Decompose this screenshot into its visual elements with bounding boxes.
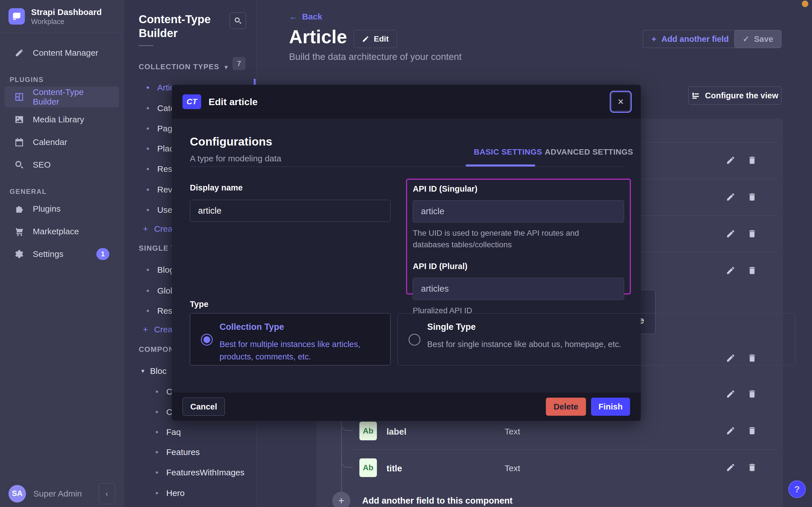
plus-icon: + bbox=[332, 492, 350, 507]
filter-lines-icon bbox=[691, 91, 700, 100]
plus-icon: + bbox=[651, 35, 656, 44]
configurations-heading: Configurations bbox=[190, 135, 272, 148]
sidebar-item-label: Media Library bbox=[33, 115, 84, 124]
configure-view-button[interactable]: Configure the view bbox=[688, 87, 782, 105]
single-type-desc: Best for single instance like about us, … bbox=[427, 338, 738, 351]
sidebar-item-content-manager[interactable]: Content Manager bbox=[4, 42, 119, 63]
display-name-label: Display name bbox=[190, 183, 390, 192]
bullet-icon: • bbox=[146, 205, 149, 215]
active-tab-indicator bbox=[465, 165, 535, 166]
main-sidebar: Strapi Dashboard Workplace Content Manag… bbox=[0, 0, 124, 507]
sidebar-item-calendar[interactable]: Calendar bbox=[4, 132, 119, 153]
content-type-badge: CT bbox=[183, 94, 201, 109]
search-icon bbox=[234, 16, 242, 25]
sidebar-item-seo[interactable]: SEO bbox=[4, 154, 119, 175]
field-type: Text bbox=[505, 463, 520, 473]
user-name: Super Admin bbox=[33, 489, 82, 499]
edit-button[interactable]: Edit bbox=[354, 30, 397, 48]
text-field-type-badge: Ab bbox=[359, 421, 377, 440]
close-button[interactable]: × bbox=[611, 93, 630, 111]
radio-unselected-icon[interactable] bbox=[409, 334, 420, 346]
edit-row-button[interactable] bbox=[725, 462, 736, 473]
sidebar-item-plugins[interactable]: Plugins bbox=[4, 199, 119, 219]
api-id-plural-input[interactable] bbox=[413, 278, 624, 300]
delete-row-button[interactable] bbox=[747, 389, 757, 399]
edit-article-modal: CT Edit article × Configurations A type … bbox=[172, 85, 641, 421]
modal-footer: Cancel Delete Finish bbox=[172, 393, 641, 421]
component-item[interactable]: •Features bbox=[124, 445, 256, 459]
chevron-down-icon: ▾ bbox=[141, 368, 144, 375]
text-field-type-badge: Ab bbox=[359, 458, 377, 477]
save-button[interactable]: ✓ Save bbox=[734, 30, 782, 48]
sidebar-item-content-type-builder[interactable]: Content-Type Builder bbox=[4, 87, 119, 107]
bullet-icon: • bbox=[146, 144, 149, 154]
ctb-sidebar-title: Content-Type Builder bbox=[139, 12, 229, 40]
single-type-card[interactable]: Single Type Best for single instance lik… bbox=[397, 313, 795, 365]
edit-row-button[interactable] bbox=[725, 389, 736, 399]
display-name-input[interactable] bbox=[190, 200, 390, 222]
sidebar-item-label: SEO bbox=[33, 160, 51, 170]
divider bbox=[139, 45, 153, 46]
collapse-sidebar-button[interactable]: ‹ bbox=[99, 483, 115, 504]
edit-row-button[interactable] bbox=[725, 425, 736, 436]
delete-row-button[interactable] bbox=[747, 425, 757, 436]
edit-row-button[interactable] bbox=[725, 228, 736, 239]
collection-type-card[interactable]: Collection Type Best for multiple instan… bbox=[190, 313, 390, 365]
bullet-icon: • bbox=[155, 447, 159, 457]
api-id-plural-label: API ID (Plural) bbox=[413, 262, 624, 271]
chevron-down-icon: ▼ bbox=[223, 64, 229, 70]
delete-row-button[interactable] bbox=[747, 228, 757, 239]
sidebar-item-label: Marketplace bbox=[33, 227, 79, 236]
component-item[interactable]: •Hero bbox=[124, 486, 256, 501]
delete-button[interactable]: Delete bbox=[546, 398, 586, 416]
sidebar-item-label: Content-Type Builder bbox=[33, 87, 109, 107]
component-item[interactable]: •Faq bbox=[124, 425, 256, 440]
edit-row-button[interactable] bbox=[725, 191, 736, 202]
modal-header: CT Edit article × bbox=[172, 85, 641, 119]
puzzle-icon bbox=[14, 204, 25, 214]
workspace-switcher[interactable]: Strapi Dashboard Workplace bbox=[0, 0, 123, 33]
tab-basic-settings[interactable]: BASIC SETTINGS bbox=[474, 148, 542, 157]
edit-row-button[interactable] bbox=[725, 265, 736, 276]
api-id-singular-input[interactable] bbox=[413, 201, 624, 222]
delete-row-button[interactable] bbox=[747, 191, 757, 202]
bullet-icon: • bbox=[155, 407, 159, 417]
sidebar-item-marketplace[interactable]: Marketplace bbox=[4, 221, 119, 242]
finish-button[interactable]: Finish bbox=[591, 398, 630, 416]
recording-indicator-dot bbox=[802, 1, 808, 7]
field-name: title bbox=[386, 463, 402, 474]
radio-selected-icon[interactable] bbox=[201, 334, 213, 346]
sidebar-item-label: Content Manager bbox=[33, 48, 98, 58]
bullet-icon: • bbox=[146, 164, 149, 174]
collection-types-header[interactable]: COLLECTION TYPES▼ 7 bbox=[124, 59, 256, 74]
page-subtitle: Build the data architecture of your cont… bbox=[289, 51, 462, 62]
sidebar-item-label: Calendar bbox=[33, 137, 67, 147]
delete-row-button[interactable] bbox=[747, 265, 757, 276]
add-another-field-button[interactable]: + Add another field bbox=[643, 30, 737, 48]
sidebar-item-media-library[interactable]: Media Library bbox=[4, 109, 119, 130]
bullet-icon: • bbox=[146, 103, 149, 113]
help-button[interactable]: ? bbox=[788, 481, 806, 498]
user-footer: SA Super Admin ‹ bbox=[0, 480, 123, 507]
delete-row-button[interactable] bbox=[747, 462, 757, 473]
component-item[interactable]: •FeaturesWithImages bbox=[124, 465, 256, 480]
display-name-field: Display name bbox=[190, 183, 390, 222]
sidebar-item-settings[interactable]: Settings 1 bbox=[4, 244, 119, 265]
search-button[interactable] bbox=[230, 12, 246, 29]
single-type-title: Single Type bbox=[427, 322, 476, 332]
image-icon bbox=[14, 114, 25, 125]
row-actions bbox=[725, 155, 757, 166]
back-link[interactable]: ← Back bbox=[289, 12, 322, 21]
bullet-icon: • bbox=[146, 83, 149, 93]
tab-advanced-settings[interactable]: ADVANCED SETTINGS bbox=[545, 148, 633, 157]
avatar[interactable]: SA bbox=[8, 485, 26, 503]
collection-type-desc: Best for multiple instances like article… bbox=[220, 338, 378, 363]
pen-icon bbox=[14, 48, 25, 58]
add-field-to-component-row[interactable]: + Add another field to this component bbox=[332, 492, 512, 507]
close-icon: × bbox=[618, 96, 624, 108]
strapi-app: Strapi Dashboard Workplace Content Manag… bbox=[0, 0, 812, 507]
delete-row-button[interactable] bbox=[747, 155, 757, 166]
edit-row-button[interactable] bbox=[725, 155, 736, 166]
bullet-icon: • bbox=[146, 265, 149, 275]
cancel-button[interactable]: Cancel bbox=[183, 398, 225, 416]
